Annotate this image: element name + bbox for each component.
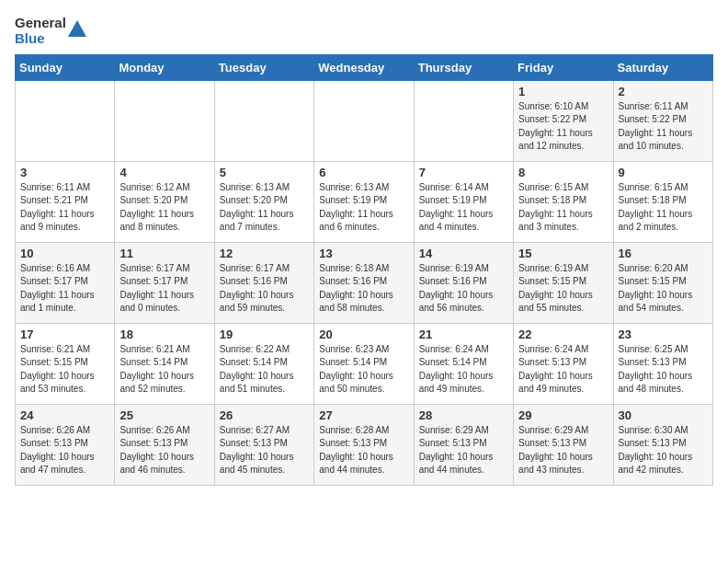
calendar-cell: 24Sunrise: 6:26 AM Sunset: 5:13 PM Dayli…: [16, 404, 115, 485]
day-info: Sunrise: 6:19 AM Sunset: 5:15 PM Dayligh…: [518, 262, 608, 316]
calendar-cell: 21Sunrise: 6:24 AM Sunset: 5:14 PM Dayli…: [414, 323, 513, 404]
day-number: 7: [419, 166, 508, 179]
logo-text: General Blue: [15, 15, 66, 47]
day-number: 14: [419, 247, 508, 260]
calendar-cell: 22Sunrise: 6:24 AM Sunset: 5:13 PM Dayli…: [514, 323, 613, 404]
logo-blue: Blue: [15, 30, 66, 46]
header-cell-thursday: Thursday: [414, 54, 513, 80]
calendar-cell: 20Sunrise: 6:23 AM Sunset: 5:14 PM Dayli…: [314, 323, 414, 404]
day-number: 19: [220, 327, 309, 341]
day-number: 21: [419, 327, 508, 341]
calendar-cell: 7Sunrise: 6:14 AM Sunset: 5:19 PM Daylig…: [414, 161, 513, 242]
calendar-row-0: 1Sunrise: 6:10 AM Sunset: 5:22 PM Daylig…: [16, 80, 713, 161]
day-info: Sunrise: 6:15 AM Sunset: 5:18 PM Dayligh…: [518, 181, 608, 235]
calendar-cell: 8Sunrise: 6:15 AM Sunset: 5:18 PM Daylig…: [514, 161, 613, 242]
day-info: Sunrise: 6:20 AM Sunset: 5:15 PM Dayligh…: [619, 262, 708, 316]
calendar-cell: 3Sunrise: 6:11 AM Sunset: 5:21 PM Daylig…: [16, 161, 115, 242]
calendar-cell: [314, 80, 414, 161]
day-info: Sunrise: 6:23 AM Sunset: 5:14 PM Dayligh…: [319, 343, 408, 396]
day-info: Sunrise: 6:18 AM Sunset: 5:16 PM Dayligh…: [319, 262, 408, 316]
day-number: 23: [619, 327, 708, 341]
day-number: 26: [220, 408, 309, 422]
day-info: Sunrise: 6:11 AM Sunset: 5:21 PM Dayligh…: [20, 181, 109, 235]
day-number: 4: [119, 166, 209, 179]
calendar-cell: 15Sunrise: 6:19 AM Sunset: 5:15 PM Dayli…: [514, 242, 613, 323]
calendar-cell: 10Sunrise: 6:16 AM Sunset: 5:17 PM Dayli…: [16, 242, 115, 323]
day-info: Sunrise: 6:30 AM Sunset: 5:13 PM Dayligh…: [619, 424, 708, 477]
calendar-row-4: 24Sunrise: 6:26 AM Sunset: 5:13 PM Dayli…: [16, 404, 713, 485]
day-info: Sunrise: 6:11 AM Sunset: 5:22 PM Dayligh…: [619, 100, 708, 154]
calendar-row-3: 17Sunrise: 6:21 AM Sunset: 5:15 PM Dayli…: [16, 323, 713, 404]
day-info: Sunrise: 6:21 AM Sunset: 5:14 PM Dayligh…: [119, 343, 209, 396]
calendar-cell: 4Sunrise: 6:12 AM Sunset: 5:20 PM Daylig…: [115, 161, 214, 242]
day-info: Sunrise: 6:16 AM Sunset: 5:17 PM Dayligh…: [20, 262, 109, 316]
day-number: 27: [319, 408, 408, 422]
day-info: Sunrise: 6:28 AM Sunset: 5:13 PM Dayligh…: [319, 424, 408, 477]
day-number: 2: [619, 85, 708, 98]
day-info: Sunrise: 6:29 AM Sunset: 5:13 PM Dayligh…: [419, 424, 508, 477]
day-info: Sunrise: 6:12 AM Sunset: 5:20 PM Dayligh…: [119, 181, 209, 235]
day-number: 28: [419, 408, 508, 422]
day-number: 5: [220, 166, 309, 179]
day-number: 10: [20, 247, 109, 260]
day-number: 20: [319, 327, 408, 341]
day-number: 13: [319, 247, 408, 260]
day-number: 25: [119, 408, 209, 422]
day-info: Sunrise: 6:26 AM Sunset: 5:13 PM Dayligh…: [119, 424, 209, 477]
day-info: Sunrise: 6:29 AM Sunset: 5:13 PM Dayligh…: [518, 424, 608, 477]
calendar-cell: 27Sunrise: 6:28 AM Sunset: 5:13 PM Dayli…: [314, 404, 414, 485]
header-row: SundayMondayTuesdayWednesdayThursdayFrid…: [16, 54, 713, 80]
day-number: 8: [518, 166, 608, 179]
day-number: 15: [518, 247, 608, 260]
logo-general: General: [15, 15, 66, 30]
day-number: 11: [119, 247, 209, 260]
calendar-cell: [414, 80, 513, 161]
header-cell-wednesday: Wednesday: [314, 54, 414, 80]
calendar-cell: 9Sunrise: 6:15 AM Sunset: 5:18 PM Daylig…: [613, 161, 712, 242]
day-number: 1: [518, 85, 608, 98]
calendar-cell: 2Sunrise: 6:11 AM Sunset: 5:22 PM Daylig…: [613, 80, 712, 161]
header-cell-monday: Monday: [115, 54, 214, 80]
calendar-cell: 12Sunrise: 6:17 AM Sunset: 5:16 PM Dayli…: [214, 242, 313, 323]
day-number: 24: [20, 408, 109, 422]
header-cell-friday: Friday: [514, 54, 613, 80]
day-number: 3: [20, 166, 109, 179]
calendar-cell: 16Sunrise: 6:20 AM Sunset: 5:15 PM Dayli…: [613, 242, 712, 323]
day-info: Sunrise: 6:24 AM Sunset: 5:13 PM Dayligh…: [518, 343, 608, 396]
day-number: 18: [119, 327, 209, 341]
calendar-cell: 1Sunrise: 6:10 AM Sunset: 5:22 PM Daylig…: [514, 80, 613, 161]
day-number: 16: [619, 247, 708, 260]
calendar-cell: 5Sunrise: 6:13 AM Sunset: 5:20 PM Daylig…: [214, 161, 313, 242]
calendar-cell: [214, 80, 313, 161]
calendar-row-1: 3Sunrise: 6:11 AM Sunset: 5:21 PM Daylig…: [16, 161, 713, 242]
day-info: Sunrise: 6:27 AM Sunset: 5:13 PM Dayligh…: [220, 424, 309, 477]
day-number: 30: [619, 408, 708, 422]
day-number: 12: [220, 247, 309, 260]
calendar-cell: [16, 80, 115, 161]
calendar-cell: 28Sunrise: 6:29 AM Sunset: 5:13 PM Dayli…: [414, 404, 513, 485]
day-info: Sunrise: 6:14 AM Sunset: 5:19 PM Dayligh…: [419, 181, 508, 235]
day-number: 6: [319, 166, 408, 179]
day-info: Sunrise: 6:26 AM Sunset: 5:13 PM Dayligh…: [20, 424, 109, 477]
calendar-cell: 11Sunrise: 6:17 AM Sunset: 5:17 PM Dayli…: [115, 242, 214, 323]
calendar-row-2: 10Sunrise: 6:16 AM Sunset: 5:17 PM Dayli…: [16, 242, 713, 323]
calendar-cell: 6Sunrise: 6:13 AM Sunset: 5:19 PM Daylig…: [314, 161, 414, 242]
svg-marker-0: [68, 20, 86, 37]
calendar-cell: 18Sunrise: 6:21 AM Sunset: 5:14 PM Dayli…: [115, 323, 214, 404]
calendar-cell: 14Sunrise: 6:19 AM Sunset: 5:16 PM Dayli…: [414, 242, 513, 323]
day-number: 29: [518, 408, 608, 422]
day-number: 22: [518, 327, 608, 341]
day-info: Sunrise: 6:25 AM Sunset: 5:13 PM Dayligh…: [619, 343, 708, 396]
day-info: Sunrise: 6:17 AM Sunset: 5:17 PM Dayligh…: [119, 262, 209, 316]
day-info: Sunrise: 6:22 AM Sunset: 5:14 PM Dayligh…: [220, 343, 309, 396]
calendar-cell: 13Sunrise: 6:18 AM Sunset: 5:16 PM Dayli…: [314, 242, 414, 323]
day-info: Sunrise: 6:19 AM Sunset: 5:16 PM Dayligh…: [419, 262, 508, 316]
calendar-cell: [115, 80, 214, 161]
header-cell-sunday: Sunday: [16, 54, 115, 80]
header-cell-saturday: Saturday: [613, 54, 712, 80]
page-header: General Blue: [15, 15, 713, 47]
day-info: Sunrise: 6:13 AM Sunset: 5:20 PM Dayligh…: [220, 181, 309, 235]
calendar-cell: 23Sunrise: 6:25 AM Sunset: 5:13 PM Dayli…: [613, 323, 712, 404]
day-number: 17: [20, 327, 109, 341]
calendar-cell: 26Sunrise: 6:27 AM Sunset: 5:13 PM Dayli…: [214, 404, 313, 485]
